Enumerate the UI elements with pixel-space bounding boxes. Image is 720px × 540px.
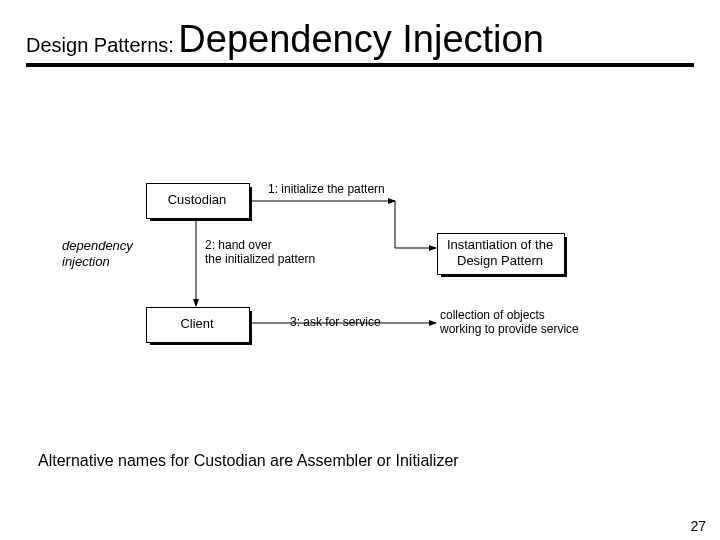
title-main: Dependency Injection: [178, 18, 543, 60]
node-instantiation: Instantiation of the Design Pattern: [437, 233, 563, 273]
edge-label-3-right: collection of objects working to provide…: [440, 308, 579, 337]
edge-label-1: 1: initialize the pattern: [268, 182, 385, 196]
diagram-area: Custodian Client Instantiation of the De…: [0, 180, 720, 400]
title-rule: [26, 63, 694, 67]
edge-label-2: 2: hand over the initialized pattern: [205, 238, 315, 267]
arrows-svg: [0, 180, 720, 400]
node-client: Client: [146, 307, 248, 341]
node-custodian: Custodian: [146, 183, 248, 217]
page-number: 27: [690, 518, 706, 534]
edge-label-3: 3: ask for service: [290, 315, 381, 329]
footer-text: Alternative names for Custodian are Asse…: [38, 452, 459, 470]
title-prefix: Design Patterns:: [26, 34, 174, 56]
side-label-di: dependency injection: [62, 238, 133, 269]
